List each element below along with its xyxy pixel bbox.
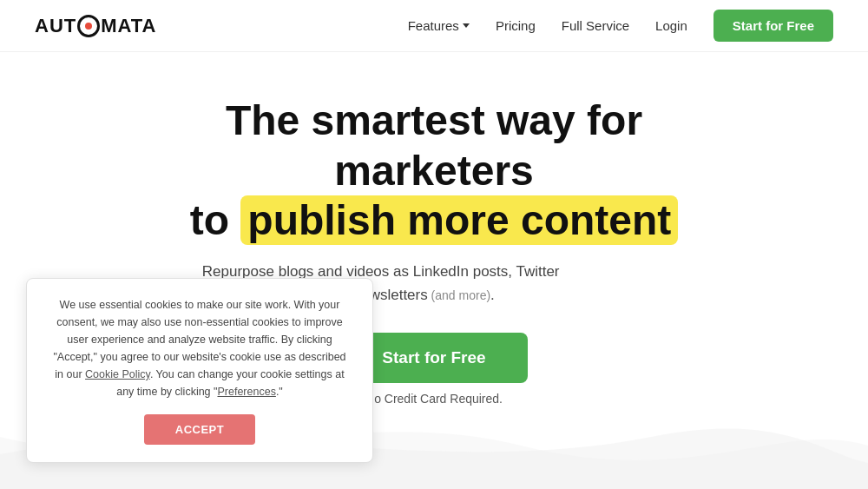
nav-login-link[interactable]: Login [655,18,687,33]
logo-text-before: AUT [35,15,76,37]
nav-features-link[interactable]: Features [408,18,470,33]
cookie-accept-button[interactable]: ACCEPT [144,414,255,445]
nav-pricing-link[interactable]: Pricing [496,18,536,33]
nav-full-service-link[interactable]: Full Service [562,18,629,33]
cookie-policy-link[interactable]: Cookie Policy [85,368,150,380]
chevron-down-icon [463,23,470,28]
cookie-banner: We use essential cookies to make our sit… [26,278,373,463]
navbar: AUT MATA Features Pricing Full Service L… [0,0,868,52]
hero-line3-prefix: to [190,197,241,243]
nav-links: Features Pricing Full Service Login Star… [408,10,833,42]
hero-no-cc-label: No Credit Card Required. [365,392,503,406]
hero-subtitle-small: (and more) [428,288,490,302]
hero-line2: marketers [334,148,534,194]
nav-start-free-button[interactable]: Start for Free [713,10,833,42]
logo[interactable]: AUT MATA [35,15,157,37]
cookie-text: We use essential cookies to make our sit… [48,296,352,400]
logo-icon [77,15,100,37]
preferences-link[interactable]: Preferences [217,386,275,398]
logo-text-after: MATA [101,15,156,37]
hero-subtitle-end: . [490,287,495,303]
hero-title: The smartest way for marketers to publis… [190,96,679,246]
hero-line1: The smartest way for [226,97,642,143]
hero-line3-highlight: publish more content [240,195,678,245]
